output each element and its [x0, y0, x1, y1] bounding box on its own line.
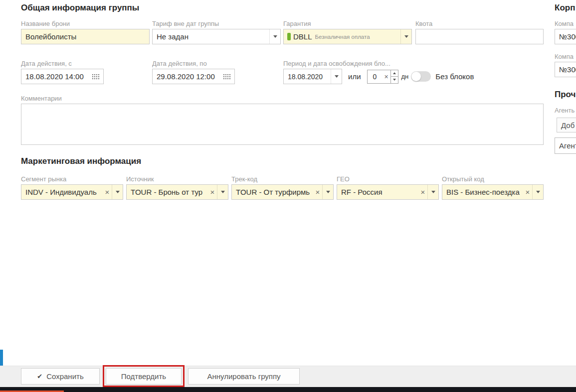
guarantee-label: Гарантия [283, 20, 412, 28]
clear-icon[interactable]: × [208, 188, 217, 196]
guarantee-select[interactable]: DBLL Безналичная оплата [283, 29, 412, 44]
clear-icon[interactable]: × [523, 188, 532, 196]
tariff-select[interactable]: Не задан [152, 29, 281, 44]
confirm-button[interactable]: Подтвердить [106, 368, 182, 385]
booking-name-input[interactable] [21, 29, 150, 44]
release-date-select[interactable]: 18.08.2020 [283, 69, 342, 84]
chevron-down-icon [536, 191, 540, 193]
source-dropdown-button[interactable] [217, 185, 228, 199]
company2-value: №300 [555, 65, 576, 74]
clear-icon[interactable]: × [418, 188, 427, 196]
track-code-combo[interactable]: TOUR - От турфирмь × [231, 184, 334, 200]
clear-icon[interactable]: × [383, 73, 390, 80]
date-to-label: Дата действия, по [152, 60, 235, 68]
source-value: TOUR - Бронь от тур [127, 188, 208, 196]
stepper-arrows [391, 70, 398, 84]
track-code-field: Трек-код TOUR - От турфирмь × [231, 175, 334, 200]
booking-name-label: Название брони [21, 20, 150, 28]
release-days-value: 0 [368, 73, 383, 81]
chevron-down-icon [431, 191, 435, 193]
chevron-down-icon [393, 79, 396, 81]
release-days-unit: дн [401, 73, 409, 80]
geo-dropdown-button[interactable] [427, 185, 438, 199]
geo-combo[interactable]: RF - Россия × [337, 184, 439, 200]
comments-label: Комментарии [21, 95, 544, 103]
comments-field: Комментарии [21, 95, 544, 145]
open-code-label: Открытый код [442, 175, 544, 183]
release-row: 18.08.2020 или 0 × дн Без блоков [283, 69, 548, 84]
stepper-up-button[interactable] [391, 70, 398, 77]
tariff-field: Тариф вне дат группы Не задан [152, 20, 281, 44]
booking-name-field: Название брони [21, 20, 150, 44]
open-code-value: BIS - Бизнес-поездка [442, 188, 523, 196]
chevron-down-icon [404, 35, 408, 38]
market-segment-dropdown-button[interactable] [112, 185, 123, 199]
date-from-field: Дата действия, с 18.08.2020 14:00 [21, 60, 104, 84]
release-days-input[interactable]: 0 × [367, 70, 391, 84]
open-code-dropdown-button[interactable] [532, 185, 543, 199]
market-segment-field: Сегмент рынка INDV - Индивидуаль × [21, 175, 123, 200]
stepper-down-button[interactable] [391, 76, 398, 83]
date-from-input[interactable]: 18.08.2020 14:00 [21, 69, 104, 84]
geo-label: ГЕО [337, 175, 439, 183]
source-combo[interactable]: TOUR - Бронь от тур × [126, 184, 228, 200]
add-agent-button[interactable]: Доб [557, 118, 576, 132]
no-blocks-toggle[interactable] [411, 71, 431, 82]
tariff-dropdown-button[interactable] [269, 29, 280, 44]
general-section-title: Общая информация группы [21, 3, 139, 13]
company1-input[interactable]: №300 [555, 29, 576, 44]
date-from-value: 18.08.2020 14:00 [21, 72, 92, 81]
confirm-highlight-box: Подтвердить [103, 365, 185, 387]
side-tab[interactable] [0, 350, 3, 366]
date-to-input[interactable]: 29.08.2020 12:00 [152, 69, 235, 84]
confirm-button-label: Подтвердить [121, 372, 166, 381]
tariff-label: Тариф вне дат группы [152, 20, 281, 28]
corporate-section-title: Корп [555, 3, 575, 13]
company2-input[interactable]: №300 [555, 62, 576, 77]
date-from-label: Дата действия, с [21, 60, 104, 68]
guarantee-field: Гарантия DBLL Безналичная оплата [283, 20, 412, 44]
right-panel: Корп Компа №300 Компа №300 Проч Агенть Д… [555, 0, 576, 384]
annul-group-button[interactable]: Аннулировать группу [188, 368, 300, 385]
chevron-down-icon [273, 35, 277, 38]
release-field: Период и дата освобождения бло... 18.08.… [283, 60, 548, 84]
calendar-icon[interactable] [223, 74, 230, 79]
geo-field: ГЕО RF - Россия × [337, 175, 439, 200]
agents-label: Агенть [555, 107, 576, 115]
guarantee-dropdown-button[interactable] [400, 29, 411, 44]
no-blocks-label: Без блоков [435, 72, 474, 81]
marketing-section-title: Маркетинговая информация [21, 156, 141, 166]
guarantee-code: DBLL [293, 32, 312, 41]
quota-label: Квота [415, 20, 544, 28]
open-code-combo[interactable]: BIS - Бизнес-поездка × [442, 184, 544, 200]
company1-value: №300 [555, 32, 576, 41]
market-segment-combo[interactable]: INDV - Индивидуаль × [21, 184, 123, 200]
taskbar [0, 387, 576, 392]
track-code-dropdown-button[interactable] [322, 185, 333, 199]
release-label: Период и дата освобождения бло... [283, 60, 548, 68]
guarantee-description: Безналичная оплата [315, 34, 400, 40]
source-field: Источник TOUR - Бронь от тур × [126, 175, 228, 200]
chevron-down-icon [221, 191, 225, 193]
chevron-down-icon [116, 191, 120, 193]
toggle-knob [411, 72, 421, 81]
tariff-value: Не задан [153, 32, 269, 41]
track-code-value: TOUR - От турфирмь [232, 188, 313, 196]
date-to-field: Дата действия, по 29.08.2020 12:00 [152, 60, 235, 84]
market-segment-value: INDV - Индивидуаль [21, 188, 103, 196]
calendar-icon[interactable] [92, 74, 99, 79]
chevron-up-icon [393, 72, 396, 74]
release-date-dropdown-button[interactable] [331, 69, 342, 84]
comments-textarea[interactable] [21, 104, 544, 145]
release-days-stepper: 0 × [367, 70, 398, 84]
track-code-label: Трек-код [231, 175, 334, 183]
date-to-value: 29.08.2020 12:00 [153, 72, 223, 81]
quota-input[interactable] [415, 29, 544, 44]
chevron-down-icon [335, 75, 339, 78]
clear-icon[interactable]: × [313, 188, 322, 196]
geo-value: RF - Россия [337, 188, 418, 196]
save-button[interactable]: ✔ Сохранить [21, 368, 100, 385]
clear-icon[interactable]: × [103, 188, 112, 196]
save-button-label: Сохранить [46, 372, 84, 381]
open-code-field: Открытый код BIS - Бизнес-поездка × [442, 175, 544, 200]
